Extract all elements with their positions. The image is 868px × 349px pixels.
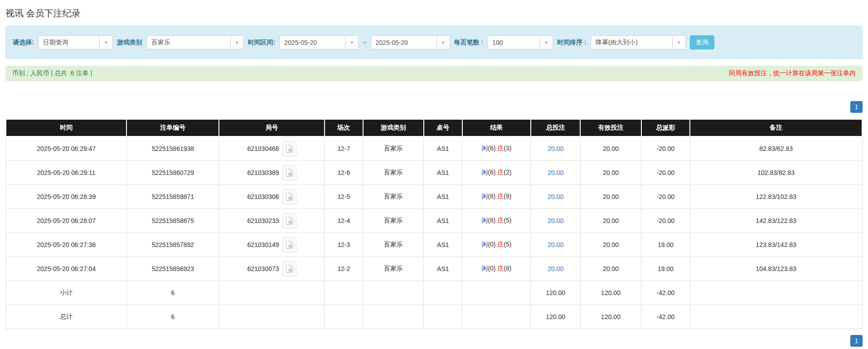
cell-session: 12-2 bbox=[325, 257, 363, 281]
cell-remark: 142.83/122.83 bbox=[690, 208, 862, 233]
cell-total-bet[interactable]: 20.00 bbox=[531, 184, 581, 208]
column-header-1: 注单编号 bbox=[126, 119, 219, 136]
round-id-text: 621030468 bbox=[247, 145, 279, 152]
total-bet-link[interactable]: 20.00 bbox=[548, 193, 563, 200]
cell-bet-id: 522515856923 bbox=[126, 257, 219, 281]
video-replay-button[interactable] bbox=[282, 189, 296, 204]
cell-payout: -20.00 bbox=[641, 160, 690, 184]
pagination-bottom: 1 bbox=[5, 335, 863, 347]
cell-total-bet[interactable]: 20.00 bbox=[531, 257, 581, 281]
round-id-text: 621030306 bbox=[247, 193, 279, 200]
cell-empty bbox=[363, 305, 424, 329]
column-header-6: 结果 bbox=[462, 119, 531, 136]
total-bet-link[interactable]: 20.00 bbox=[548, 241, 563, 248]
cell-total-bet[interactable]: 20.00 bbox=[531, 233, 581, 257]
cell-total-bet[interactable]: 20.00 bbox=[531, 160, 581, 184]
cell-round-id: 621030389 bbox=[219, 160, 324, 184]
date-from-select[interactable]: 2025-05-20 ▼ bbox=[279, 35, 359, 49]
cell-session: 12-3 bbox=[325, 233, 363, 257]
result-banker-label: 庄 bbox=[497, 145, 504, 152]
cell-empty bbox=[690, 281, 862, 305]
cell-round-id: 621030306 bbox=[219, 184, 324, 208]
column-header-7: 总投注 bbox=[531, 119, 581, 136]
result-player-value: (8) bbox=[488, 217, 495, 224]
game-category-label: 游戏类别 bbox=[117, 39, 142, 47]
cell-payout: -20.00 bbox=[641, 208, 690, 233]
result-player-label: 闲 bbox=[481, 145, 488, 152]
cell-table-no: AS1 bbox=[424, 257, 462, 281]
column-header-9: 总派彩 bbox=[641, 119, 690, 136]
video-replay-button[interactable] bbox=[282, 237, 296, 252]
chevron-down-icon: ▼ bbox=[539, 36, 553, 49]
date-to-select[interactable]: 2025-05-20 ▼ bbox=[371, 35, 450, 49]
total-bet-link[interactable]: 20.00 bbox=[548, 217, 563, 224]
date-from-value: 2025-05-20 bbox=[280, 36, 345, 49]
round-id-group: 621030149 bbox=[221, 237, 322, 252]
cell-remark: 102.83/82.83 bbox=[690, 160, 862, 184]
cell-bet-id: 522515857892 bbox=[126, 233, 219, 257]
cell-valid-bet: 20.00 bbox=[580, 233, 641, 257]
column-header-3: 场次 bbox=[325, 119, 363, 136]
video-replay-button[interactable] bbox=[282, 141, 296, 156]
result-player-label: 闲 bbox=[481, 217, 488, 224]
result-banker-value: (3) bbox=[504, 145, 511, 152]
column-header-4: 游戏类别 bbox=[363, 119, 424, 136]
cell-payout: -20.00 bbox=[641, 184, 690, 208]
cell-result: 闲(8) 庄(9) bbox=[462, 184, 531, 208]
sort-order-label: 时间排序 : bbox=[557, 39, 587, 47]
cell-result: 闲(0) 庄(8) bbox=[462, 257, 531, 281]
sort-order-select[interactable]: 降幂(由大到小) ▼ bbox=[591, 35, 686, 49]
summary-bar: 币别 : 人民币 | 总共 :6 注单 | 同局有效投注，统一计算在该局第一张注… bbox=[5, 66, 863, 81]
cell-time: 2025-05-20 06:27:04 bbox=[6, 257, 126, 281]
video-replay-button[interactable] bbox=[282, 261, 296, 276]
cell-empty bbox=[424, 305, 462, 329]
cell-table-no: AS1 bbox=[424, 184, 462, 208]
cell-total-bet[interactable]: 20.00 bbox=[531, 208, 581, 233]
range-separator: ~ bbox=[363, 39, 366, 46]
cell-label: 总计 bbox=[6, 305, 126, 329]
cell-remark: 123.83/142.83 bbox=[690, 233, 862, 257]
cell-empty bbox=[462, 305, 531, 329]
cell-valid-bet: 20.00 bbox=[580, 136, 641, 160]
column-header-5: 桌号 bbox=[424, 119, 462, 136]
filter-toolbar: 请选择: 日期查询 ▼ 游戏类别 百家乐 ▼ 时间区间: 2025-05-20 … bbox=[5, 26, 863, 59]
cell-payout: 19.00 bbox=[641, 257, 690, 281]
cell-valid-bet: 20.00 bbox=[580, 257, 641, 281]
video-replay-button[interactable] bbox=[282, 213, 296, 228]
cell-count: 6 bbox=[126, 281, 219, 305]
table-row: 2025-05-20 06:29:11522515860729621030389… bbox=[6, 160, 862, 184]
summary-left-text: 币别 : 人民币 | 总共 :6 注单 | bbox=[12, 69, 92, 78]
page-size-select[interactable]: 100 ▼ bbox=[487, 35, 553, 49]
page-1-button[interactable]: 1 bbox=[850, 101, 863, 113]
table-row: 2025-05-20 06:27:04522515856923621030073… bbox=[6, 257, 862, 281]
video-replay-button[interactable] bbox=[282, 165, 296, 180]
page-1-button[interactable]: 1 bbox=[850, 335, 863, 347]
cell-total-bet: 120.00 bbox=[531, 305, 581, 329]
result-player-label: 闲 bbox=[481, 193, 488, 200]
cell-total-bet[interactable]: 20.00 bbox=[531, 136, 581, 160]
game-category-select[interactable]: 百家乐 ▼ bbox=[146, 35, 244, 49]
round-id-group: 621030306 bbox=[221, 189, 322, 204]
total-bet-link[interactable]: 20.00 bbox=[548, 169, 563, 176]
subtotal-row: 小计6120.00120.00-42.00 bbox=[6, 281, 862, 305]
cell-result: 闲(8) 庄(5) bbox=[462, 208, 531, 233]
search-button[interactable]: 查询 bbox=[690, 35, 714, 49]
column-header-0: 时间 bbox=[6, 119, 126, 136]
cell-valid-bet: 120.00 bbox=[580, 305, 641, 329]
cell-result: 闲(6) 庄(2) bbox=[462, 160, 531, 184]
cell-empty bbox=[325, 281, 363, 305]
cell-time: 2025-05-20 06:28:07 bbox=[6, 208, 126, 233]
result-banker-label: 庄 bbox=[497, 169, 504, 176]
table-row: 2025-05-20 06:28:07522515858875621030233… bbox=[6, 208, 862, 233]
cell-remark: 104.83/123.83 bbox=[690, 257, 862, 281]
query-type-select[interactable]: 日期查询 ▼ bbox=[38, 35, 113, 49]
total-bet-link[interactable]: 20.00 bbox=[548, 265, 563, 272]
total-bet-link[interactable]: 20.00 bbox=[548, 145, 563, 152]
cell-result: 闲(6) 庄(3) bbox=[462, 136, 531, 160]
cell-payout: -42.00 bbox=[641, 281, 690, 305]
cell-empty bbox=[219, 305, 324, 329]
pagination-top: 1 bbox=[5, 101, 863, 113]
result-player-value: (8) bbox=[488, 193, 495, 200]
column-header-2: 局号 bbox=[219, 119, 324, 136]
cell-session: 12-7 bbox=[325, 136, 363, 160]
